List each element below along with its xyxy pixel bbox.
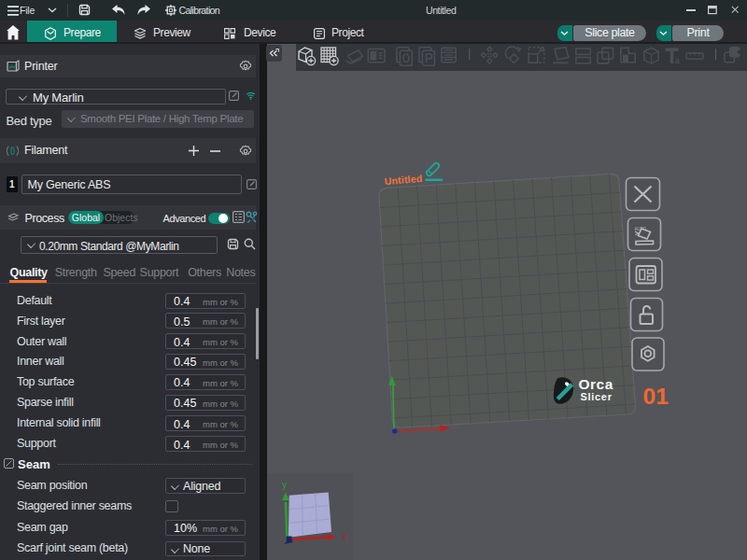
svg-text:AUTO: AUTO [635,227,647,231]
svg-text:Orca: Orca [579,376,613,392]
svg-text:Untitled: Untitled [384,173,423,187]
svg-text:y: y [282,480,287,490]
svg-text:Slicer: Slicer [581,391,613,402]
svg-text:x: x [343,531,347,541]
svg-text:a: a [674,55,680,65]
svg-text:01: 01 [643,384,669,409]
